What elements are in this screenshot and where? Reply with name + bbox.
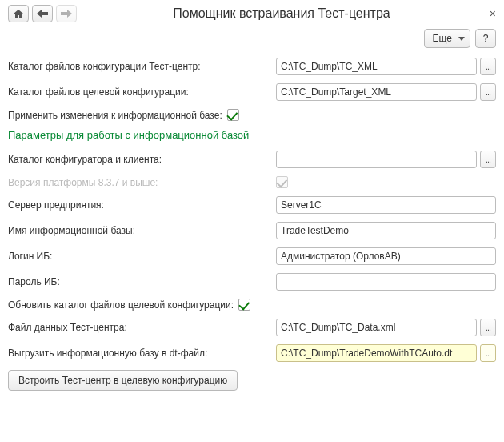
label-dump-dt: Выгрузить информационную базу в dt-файл:: [8, 348, 276, 359]
embed-button-label: Встроить Тест-центр в целевую конфигурац…: [18, 375, 227, 386]
embed-button[interactable]: Встроить Тест-центр в целевую конфигурац…: [8, 370, 238, 391]
label-update-target-dir: Обновить каталог файлов целевой конфигур…: [8, 299, 238, 311]
forward-button[interactable]: [56, 5, 77, 22]
titlebar: Помощник встраивания Тест-центра ×: [8, 5, 496, 22]
top-toolbar: Еще ?: [8, 29, 496, 48]
input-tc-data-file[interactable]: [276, 319, 477, 336]
input-cfg-client-dir[interactable]: [276, 151, 477, 168]
row-password: Пароль ИБ:: [8, 273, 496, 291]
window: Помощник встраивания Тест-центра × Еще ?…: [0, 0, 504, 399]
input-ib-name[interactable]: [276, 222, 496, 239]
picker-tc-cfg-dir[interactable]: ...: [480, 58, 496, 75]
input-dump-dt[interactable]: [276, 344, 477, 362]
input-target-cfg-dir[interactable]: [276, 83, 477, 101]
label-login: Логин ИБ:: [8, 251, 276, 262]
input-login[interactable]: [276, 247, 496, 265]
label-server: Сервер предприятия:: [8, 199, 276, 211]
row-ib-name: Имя информационной базы:: [8, 222, 496, 239]
checkbox-update-target-dir[interactable]: [238, 299, 250, 311]
picker-dump-dt[interactable]: ...: [480, 344, 496, 362]
picker-cfg-client-dir[interactable]: ...: [480, 151, 496, 168]
section-heading-ib-params: Параметры для работы с информационной ба…: [8, 129, 496, 141]
row-tc-data-file: Файл данных Тест-центра: ...: [8, 319, 496, 336]
label-ib-name: Имя информационной базы:: [8, 225, 276, 236]
label-cfg-client-dir: Каталог конфигуратора и клиента:: [8, 154, 276, 165]
label-platform-ver: Версия платформы 8.3.7 и выше:: [8, 177, 276, 188]
row-cfg-client-dir: Каталог конфигуратора и клиента: ...: [8, 151, 496, 168]
label-tc-data-file: Файл данных Тест-центра:: [8, 322, 276, 333]
chevron-down-icon: [458, 37, 465, 41]
checkbox-platform-ver: [276, 176, 288, 188]
checkbox-apply-to-ib[interactable]: [227, 109, 239, 121]
row-tc-cfg-dir: Каталог файлов конфигурации Тест-центр: …: [8, 58, 496, 75]
window-title: Помощник встраивания Тест-центра: [80, 6, 483, 21]
row-login: Логин ИБ:: [8, 247, 496, 265]
label-password: Пароль ИБ:: [8, 276, 276, 287]
input-server[interactable]: [276, 196, 496, 214]
row-platform-ver: Версия платформы 8.3.7 и выше:: [8, 176, 496, 188]
label-apply-to-ib: Применить изменения к информационной баз…: [8, 110, 227, 121]
label-tc-cfg-dir: Каталог файлов конфигурации Тест-центр:: [8, 61, 276, 72]
input-tc-cfg-dir[interactable]: [276, 58, 477, 75]
row-target-cfg-dir: Каталог файлов целевой конфигурации: ...: [8, 83, 496, 101]
more-button[interactable]: Еще: [424, 29, 470, 48]
home-button[interactable]: [8, 5, 29, 22]
input-password[interactable]: [276, 273, 496, 291]
picker-tc-data-file[interactable]: ...: [480, 319, 496, 336]
row-server: Сервер предприятия:: [8, 196, 496, 214]
row-dump-dt: Выгрузить информационную базу в dt-файл:…: [8, 344, 496, 362]
row-update-target-dir: Обновить каталог файлов целевой конфигур…: [8, 299, 496, 311]
label-target-cfg-dir: Каталог файлов целевой конфигурации:: [8, 86, 276, 98]
back-button[interactable]: [32, 5, 53, 22]
close-icon[interactable]: ×: [483, 7, 496, 20]
row-apply-to-ib: Применить изменения к информационной баз…: [8, 109, 496, 121]
more-button-label: Еще: [433, 33, 452, 44]
picker-target-cfg-dir[interactable]: ...: [480, 83, 496, 101]
help-button[interactable]: ?: [475, 29, 496, 48]
